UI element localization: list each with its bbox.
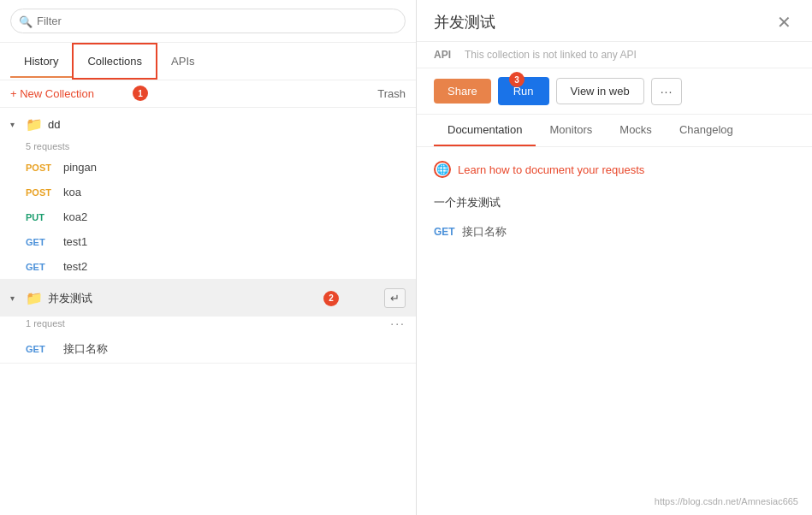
endpoint-method: GET <box>434 226 455 238</box>
request-name-pingan: pingan <box>63 161 97 174</box>
left-tabs: History Collections APIs <box>0 43 416 80</box>
collection-dd-name: dd <box>48 118 406 131</box>
doc-link[interactable]: 🌐 Learn how to document your requests <box>434 161 795 178</box>
folder-icon-bingfa: 📁 <box>26 290 43 306</box>
caret-dd: ▾ <box>10 120 21 129</box>
tab-collections[interactable]: Collections <box>72 43 157 80</box>
collection-description: 一个并发测试 <box>434 195 795 210</box>
request-pingan[interactable]: POST pingan <box>0 155 416 180</box>
request-name-koa2: koa2 <box>63 210 87 223</box>
new-collection-label: + New Collection <box>10 87 94 100</box>
folder-icon-dd: 📁 <box>26 116 43 133</box>
badge-1: 1 <box>133 86 148 101</box>
trash-link[interactable]: Trash <box>377 87 406 100</box>
more-button[interactable]: ··· <box>651 78 683 105</box>
search-input[interactable] <box>10 9 406 33</box>
view-in-web-button[interactable]: View in web <box>556 78 644 104</box>
request-test1[interactable]: GET test1 <box>0 229 416 254</box>
right-tabs: Documentation Monitors Mocks Changelog <box>417 115 812 147</box>
search-bar: 🔍 <box>0 0 416 43</box>
tab-history[interactable]: History <box>10 44 72 78</box>
watermark: https://blog.csdn.net/Amnesiac665 <box>655 496 798 506</box>
request-name-test1: test1 <box>63 235 87 248</box>
globe-icon: 🌐 <box>434 161 451 178</box>
enter-icon-button[interactable]: ↵ <box>384 288 406 308</box>
close-button[interactable]: ✕ <box>773 12 795 33</box>
request-name-jiekou: 接口名称 <box>63 341 108 357</box>
caret-bingfa: ▾ <box>10 293 21 303</box>
method-badge-post-2: POST <box>26 187 56 198</box>
endpoint-name: 接口名称 <box>462 224 507 240</box>
api-info: API This collection is not linked to any… <box>417 42 812 68</box>
tab-documentation[interactable]: Documentation <box>434 115 536 146</box>
collection-dd: ▾ 📁 dd 5 requests POST pingan POST koa P… <box>0 108 416 280</box>
request-koa2[interactable]: PUT koa2 <box>0 204 416 229</box>
request-jiekou[interactable]: GET 接口名称 <box>0 335 416 363</box>
badge-2: 2 <box>323 291 339 306</box>
method-badge-get-2: GET <box>26 262 56 272</box>
right-header: 并发测试 ✕ <box>417 0 812 42</box>
left-panel: 🔍 History Collections APIs + New Collect… <box>0 0 417 515</box>
method-badge-get-jiekou: GET <box>26 344 56 354</box>
request-test2[interactable]: GET test2 <box>0 254 416 279</box>
request-name-koa: koa <box>63 186 81 198</box>
method-badge-post-1: POST <box>26 163 56 173</box>
endpoint-row: GET 接口名称 <box>434 224 795 240</box>
api-label: API <box>434 49 451 61</box>
tab-monitors[interactable]: Monitors <box>536 115 606 146</box>
right-content: 🌐 Learn how to document your requests 一个… <box>417 147 812 515</box>
method-badge-put: PUT <box>26 212 56 222</box>
collection-list: ▾ 📁 dd 5 requests POST pingan POST koa P… <box>0 108 416 515</box>
collection-dd-header[interactable]: ▾ 📁 dd <box>0 108 416 141</box>
tab-changelog[interactable]: Changelog <box>666 115 747 146</box>
collection-bingfa-meta: 1 request <box>26 318 383 329</box>
tab-mocks[interactable]: Mocks <box>606 115 666 146</box>
collection-dd-meta: 5 requests <box>26 141 416 151</box>
collection-bingfa-header[interactable]: ▾ 📁 并发测试 2 ↵ <box>0 280 416 317</box>
new-collection-button[interactable]: + New Collection <box>10 87 94 100</box>
tab-apis[interactable]: APIs <box>157 44 208 78</box>
toolbar: + New Collection 1 Trash <box>0 80 416 108</box>
action-buttons: Share Run 3 View in web ··· <box>417 68 812 115</box>
right-title: 并发测试 <box>434 12 763 33</box>
search-icon: 🔍 <box>19 15 33 27</box>
share-button[interactable]: Share <box>434 79 491 104</box>
doc-link-text: Learn how to document your requests <box>458 163 644 176</box>
bingfa-dots-row: 1 request ··· <box>0 317 416 335</box>
more-options-button[interactable]: ··· <box>390 317 406 330</box>
action-icons: ↵ <box>384 288 406 308</box>
request-name-test2: test2 <box>63 260 87 273</box>
method-badge-get-1: GET <box>26 237 56 247</box>
request-koa[interactable]: POST koa <box>0 180 416 204</box>
api-note: This collection is not linked to any API <box>465 49 637 61</box>
collection-bingfa: ▾ 📁 并发测试 2 ↵ 1 request ··· GET 接口名称 <box>0 280 416 364</box>
badge-3: 3 <box>509 72 525 87</box>
right-panel: 并发测试 ✕ API This collection is not linked… <box>417 0 812 515</box>
